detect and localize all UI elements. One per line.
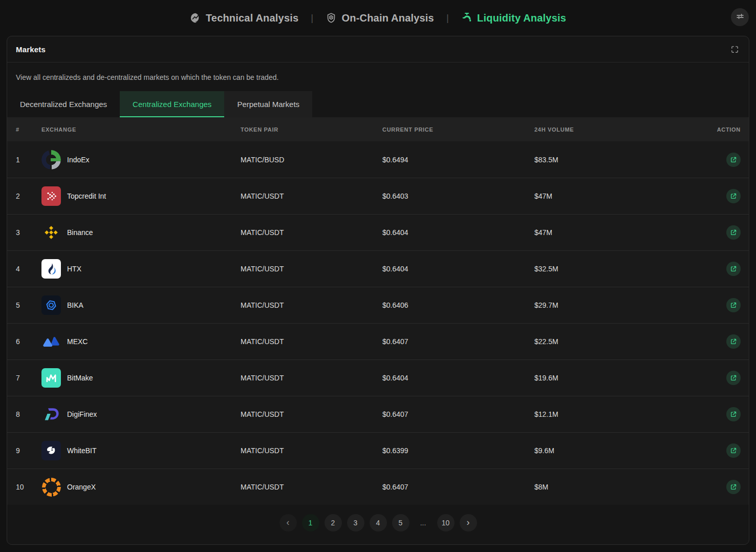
table-row: 7BitMakeMATIC/USDT$0.6404$19.6M: [7, 359, 749, 396]
exchange-cell: Binance: [41, 223, 241, 242]
token-pair-cell: MATIC/USDT: [241, 447, 382, 455]
column-header-action: ACTION: [717, 126, 741, 133]
open-market-button[interactable]: [726, 371, 741, 385]
exchange-name: IndoEx: [67, 156, 90, 164]
rank-cell: 5: [16, 301, 41, 309]
pagination-page-10[interactable]: 10: [437, 514, 455, 532]
chevron-right-icon: ›: [467, 517, 470, 528]
exchange-cell: Topcredit Int: [41, 186, 241, 206]
markets-card-header: Markets: [7, 36, 749, 62]
exchange-name: OrangeX: [67, 483, 96, 491]
action-cell: [726, 262, 741, 276]
token-pair-cell: MATIC/USDT: [241, 374, 382, 382]
token-pair-cell: MATIC/BUSD: [241, 156, 382, 164]
rank-cell: 3: [16, 228, 41, 237]
tab-perpetual-markets[interactable]: Perpetual Markets: [224, 91, 312, 117]
pagination-page-3[interactable]: 3: [347, 514, 364, 532]
external-link-icon: [730, 302, 737, 309]
table-row: 6MEXCMATIC/USDT$0.6407$22.5M: [7, 323, 749, 359]
open-market-button[interactable]: [726, 407, 741, 421]
markets-card: Markets View all centralizeds and de-cen…: [7, 36, 749, 545]
open-market-button[interactable]: [726, 189, 741, 203]
action-cell: [726, 480, 741, 494]
table-row: 10OrangeXMATIC/USDT$0.6407$8M: [7, 469, 749, 505]
rank-cell: 7: [16, 374, 41, 382]
pagination-page-2[interactable]: 2: [325, 514, 342, 532]
nav-item-technical-analysis[interactable]: Technical Analysis: [190, 12, 298, 24]
expand-button[interactable]: [729, 44, 740, 55]
open-market-button[interactable]: [726, 153, 741, 167]
column-header-exchange: EXCHANGE: [41, 126, 241, 133]
nav-item-liquidity-analysis[interactable]: Liquidity Analysis: [461, 12, 566, 24]
exchange-cell: HTX: [41, 259, 241, 279]
rank-cell: 1: [16, 156, 41, 164]
external-link-icon: [730, 193, 737, 200]
open-market-button[interactable]: [726, 225, 741, 240]
pagination-page-5[interactable]: 5: [392, 514, 409, 532]
binance-logo: [41, 223, 61, 242]
pagination-ellipsis: ...: [415, 514, 432, 532]
settings-button[interactable]: [731, 8, 749, 26]
open-market-button[interactable]: [726, 298, 741, 312]
table-row: 8DigiFinexMATIC/USDT$0.6407$12.1M: [7, 396, 749, 432]
table-row: 4HTXMATIC/USDT$0.6404$32.5M: [7, 250, 749, 287]
token-pair-cell: MATIC/USDT: [241, 192, 382, 200]
pagination-page-4[interactable]: 4: [370, 514, 387, 532]
exchange-cell: OrangeX: [41, 477, 241, 497]
volume-cell: $32.5M: [534, 265, 712, 273]
mexc-logo: [41, 332, 61, 351]
current-price-cell: $0.6407: [382, 483, 534, 491]
rank-cell: 2: [16, 192, 41, 200]
open-market-button[interactable]: [726, 334, 741, 349]
bika-logo: [41, 295, 61, 315]
exchange-name: BitMake: [67, 374, 93, 382]
nav-separator: |: [446, 12, 449, 24]
open-market-button[interactable]: [726, 480, 741, 494]
exchange-cell: BitMake: [41, 368, 241, 388]
token-pair-cell: MATIC/USDT: [241, 483, 382, 491]
nav-separator: |: [311, 12, 313, 24]
expand-icon: [730, 48, 739, 55]
rank-cell: 4: [16, 265, 41, 273]
table-row: 9WhiteBITMATIC/USDT$0.6399$9.6M: [7, 432, 749, 469]
pagination-prev-button[interactable]: ‹: [279, 514, 297, 532]
action-cell: [726, 298, 741, 312]
rank-cell: 6: [16, 337, 41, 346]
token-pair-cell: MATIC/USDT: [241, 301, 382, 309]
open-market-button[interactable]: [726, 443, 741, 458]
action-cell: [726, 371, 741, 385]
action-cell: [726, 153, 741, 167]
column-header-volume: 24H VOLUME: [534, 126, 712, 133]
exchange-name: WhiteBIT: [67, 447, 97, 455]
nav-item-on-chain-analysis[interactable]: On-Chain Analysis: [326, 12, 434, 24]
action-cell: [726, 443, 741, 458]
orangex-logo: [41, 477, 61, 497]
action-cell: [726, 189, 741, 203]
token-pair-cell: MATIC/USDT: [241, 337, 382, 346]
pagination-next-button[interactable]: ›: [460, 514, 477, 532]
column-header-price: CURRENT PRICE: [382, 126, 534, 133]
table-header-row: #EXCHANGETOKEN PAIRCURRENT PRICE24H VOLU…: [7, 117, 749, 141]
on-chain-analysis-icon: [326, 12, 337, 24]
action-cell: [726, 225, 741, 240]
volume-cell: $29.7M: [534, 301, 712, 309]
open-market-button[interactable]: [726, 262, 741, 276]
exchange-name: Binance: [67, 228, 93, 237]
current-price-cell: $0.6494: [382, 156, 534, 164]
volume-cell: $47M: [534, 228, 712, 237]
current-price-cell: $0.6404: [382, 228, 534, 237]
volume-cell: $83.5M: [534, 156, 712, 164]
current-price-cell: $0.6404: [382, 265, 534, 273]
tab-centralized-exchanges[interactable]: Centralized Exchanges: [120, 91, 224, 117]
action-cell: [726, 407, 741, 421]
nav-item-label: Technical Analysis: [206, 12, 298, 24]
exchange-cell: DigiFinex: [41, 405, 241, 424]
exchange-cell: MEXC: [41, 332, 241, 351]
tab-decentralized-exchanges[interactable]: Decentralized Exchanges: [7, 91, 120, 117]
pagination-page-1[interactable]: 1: [302, 514, 319, 532]
whitebit-logo: [41, 441, 61, 460]
htx-logo: [41, 259, 61, 279]
volume-cell: $8M: [534, 483, 712, 491]
page-title: Markets: [16, 45, 46, 54]
top-nav: Technical Analysis|On-Chain Analysis|Liq…: [190, 12, 566, 24]
